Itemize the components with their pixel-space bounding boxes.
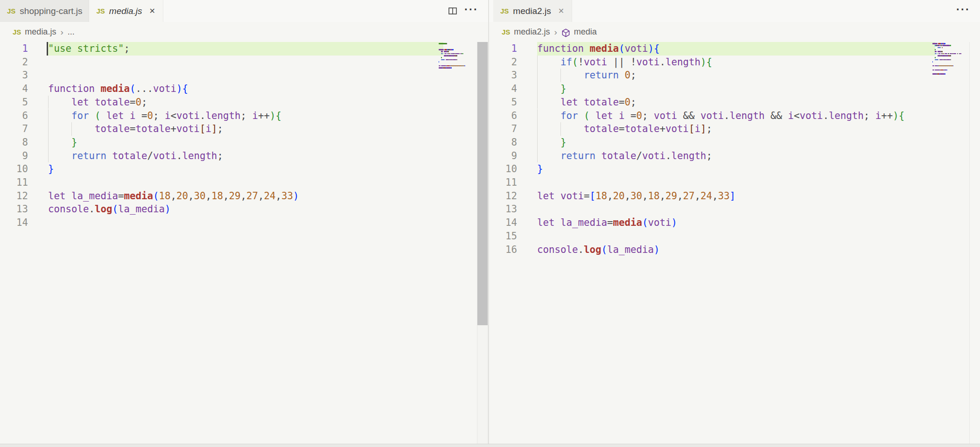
code-line[interactable]: 14let la_media=media(voti) bbox=[489, 216, 980, 230]
code-line[interactable]: 1function media(voti){ bbox=[489, 42, 980, 56]
minimap-line bbox=[444, 53, 444, 55]
code-editor-media2-js[interactable]: 1function media(voti){2 if(!voti || !vot… bbox=[489, 42, 980, 444]
breadcrumb-tail[interactable]: ... bbox=[68, 27, 75, 37]
token bbox=[624, 56, 630, 68]
token bbox=[613, 110, 619, 121]
code-line[interactable]: 14 bbox=[0, 216, 488, 230]
token: } bbox=[537, 163, 543, 175]
token: = bbox=[130, 97, 136, 108]
token: voti bbox=[153, 150, 176, 161]
code-line[interactable]: 2 bbox=[0, 56, 488, 69]
code-line[interactable]: 8 } bbox=[0, 136, 488, 149]
split-editor-icon[interactable] bbox=[448, 7, 457, 14]
code-line[interactable]: 1"use stricts"; bbox=[0, 42, 488, 56]
code-line[interactable]: 9 return totale/voti.length; bbox=[489, 149, 980, 163]
breadcrumb: JS media2.js › media bbox=[489, 22, 980, 42]
token: voti bbox=[636, 56, 659, 68]
minimap-line bbox=[940, 73, 945, 75]
token: ; bbox=[630, 97, 637, 108]
code-editor-media-js[interactable]: 1"use stricts";234function media(...voti… bbox=[0, 42, 488, 444]
code-line[interactable]: 13 bbox=[489, 203, 980, 216]
minimap-line bbox=[439, 65, 441, 67]
code-line[interactable]: 15 bbox=[489, 230, 980, 243]
token: ( bbox=[619, 43, 625, 54]
token: . bbox=[659, 56, 665, 68]
line-number: 1 bbox=[0, 42, 28, 56]
tab-media2-js[interactable]: JS media2.js ✕ bbox=[493, 0, 572, 22]
minimap[interactable] bbox=[439, 43, 468, 99]
token: media bbox=[124, 190, 153, 202]
code-line[interactable]: 4function media(...voti){ bbox=[0, 82, 488, 96]
tab-media-js[interactable]: JS media.js ✕ bbox=[89, 0, 163, 22]
line-number: 6 bbox=[0, 109, 28, 123]
vertical-scrollbar[interactable] bbox=[969, 42, 980, 444]
tab-shopping-cart[interactable]: JS shopping-cart.js bbox=[0, 0, 89, 22]
code-line[interactable]: 5 let totale=0; bbox=[489, 96, 980, 109]
token: return bbox=[584, 70, 619, 81]
code-line[interactable]: 9 return totale/voti.length; bbox=[0, 149, 488, 163]
token: 0 bbox=[636, 110, 642, 121]
text-cursor bbox=[47, 42, 48, 56]
token: voti bbox=[624, 43, 648, 54]
code-line[interactable]: 10} bbox=[0, 162, 488, 176]
token bbox=[554, 190, 560, 202]
code-line[interactable]: 4 } bbox=[489, 82, 980, 96]
token: ( bbox=[572, 56, 578, 68]
minimap-line bbox=[939, 59, 943, 61]
token: totale bbox=[601, 150, 636, 161]
close-tab-icon[interactable]: ✕ bbox=[148, 6, 156, 16]
token: [ bbox=[589, 190, 595, 202]
code-line[interactable]: 10} bbox=[489, 162, 980, 176]
more-actions-icon[interactable]: ··· bbox=[956, 7, 970, 15]
breadcrumb-symbol[interactable]: media bbox=[574, 27, 597, 37]
token: voti bbox=[560, 190, 584, 202]
token: , bbox=[712, 190, 718, 202]
code-line[interactable]: 6 for ( let i =0; voti && voti.length &&… bbox=[489, 109, 980, 123]
minimap-line bbox=[938, 73, 939, 75]
breadcrumb-file[interactable]: media2.js bbox=[514, 27, 550, 37]
token: . bbox=[724, 110, 730, 121]
code-line[interactable]: 6 for ( let i =0; i<voti.length; i++){ bbox=[0, 109, 488, 123]
token: ; bbox=[153, 110, 159, 121]
breadcrumb-file[interactable]: media.js bbox=[25, 27, 56, 37]
code-line[interactable]: 8 } bbox=[489, 136, 980, 149]
line-content: let totale=0; bbox=[48, 96, 147, 109]
token bbox=[619, 70, 625, 81]
token: ; bbox=[706, 150, 712, 161]
token: = bbox=[135, 110, 147, 121]
code-line[interactable]: 3 bbox=[0, 69, 488, 82]
minimap-line bbox=[942, 55, 945, 56]
code-line[interactable]: 13console.log(la_media) bbox=[0, 203, 488, 216]
minimap-line bbox=[935, 57, 935, 58]
more-actions-icon[interactable]: ··· bbox=[464, 7, 478, 15]
code-line[interactable]: 12let la_media=media(18,20,30,18,29,27,2… bbox=[0, 189, 488, 203]
token bbox=[89, 110, 95, 121]
code-line[interactable]: 7 totale=totale+voti[i]; bbox=[489, 122, 980, 136]
line-content: for ( let i =0; i<voti.length; i++){ bbox=[48, 109, 281, 123]
code-line[interactable]: 16console.log(la_media) bbox=[489, 243, 980, 257]
code-line[interactable]: 7 totale=totale+voti[i]; bbox=[0, 122, 488, 136]
code-line[interactable]: 3 return 0; bbox=[489, 69, 980, 82]
minimap-line bbox=[945, 53, 947, 55]
code-line[interactable]: 5 let totale=0; bbox=[0, 96, 488, 109]
token: 18 bbox=[595, 190, 607, 202]
token: media bbox=[613, 217, 642, 228]
close-tab-icon[interactable]: ✕ bbox=[557, 6, 565, 16]
minimap[interactable] bbox=[932, 43, 961, 99]
token: ; bbox=[217, 150, 223, 161]
line-number: 9 bbox=[489, 149, 517, 163]
token: , bbox=[677, 190, 683, 202]
line-content: console.log(la_media) bbox=[537, 243, 659, 257]
minimap-line bbox=[448, 51, 449, 52]
token: ) bbox=[270, 110, 276, 121]
code-line[interactable]: 2 if(!voti || !voti.length){ bbox=[489, 56, 980, 69]
code-line[interactable]: 11 bbox=[0, 176, 488, 189]
minimap-line bbox=[938, 47, 941, 49]
line-content: let totale=0; bbox=[537, 96, 636, 109]
token: . bbox=[176, 150, 182, 161]
vertical-scrollbar[interactable] bbox=[477, 42, 488, 444]
code-line[interactable]: 11 bbox=[489, 176, 980, 189]
code-line[interactable]: 12let voti=[18,20,30,18,29,27,24,33] bbox=[489, 189, 980, 203]
scrollbar-slider[interactable] bbox=[477, 42, 488, 325]
token: ... bbox=[135, 83, 153, 94]
